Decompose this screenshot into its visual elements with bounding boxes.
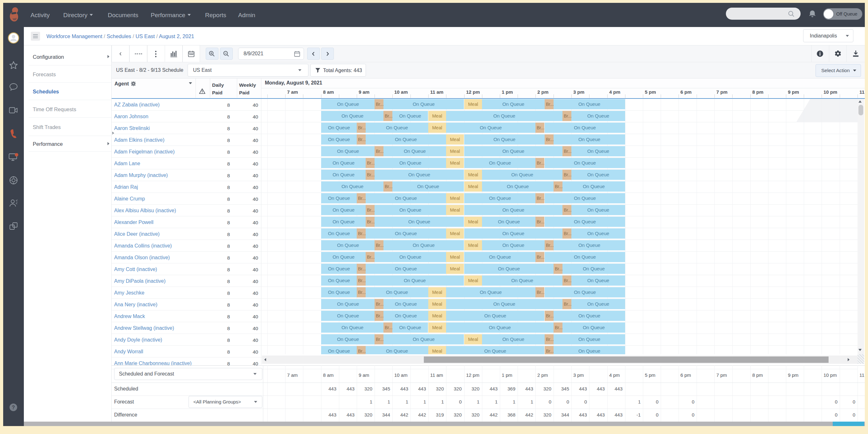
svg-text:?: ? [12,405,15,410]
